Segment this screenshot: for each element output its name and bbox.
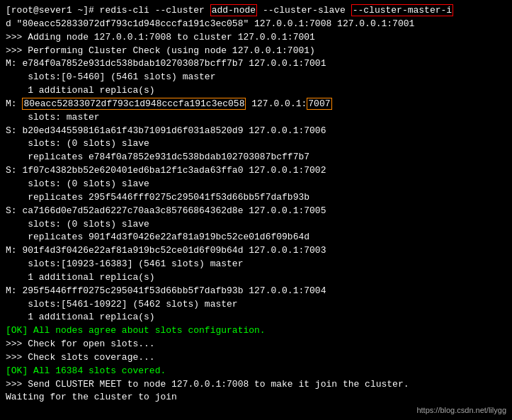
- slave3-slots: slots: (0 slots) slave: [6, 218, 506, 232]
- watermark: https://blog.csdn.net/lilygg: [416, 406, 506, 414]
- slave2-slots: slots: (0 slots) slave: [6, 178, 506, 191]
- node-id-box: 80eacc52833072df793c1d948cccfa191c3ec058: [22, 98, 246, 110]
- master1-replica: 1 additional replica(s): [6, 84, 506, 98]
- slave1-replicates: replicates e784f0a7852e931dc538bdab10270…: [6, 151, 506, 164]
- add-node-highlight: add-node: [210, 4, 257, 16]
- send-cluster-meet: >>> Send CLUSTER MEET to node 127.0.0.1:…: [6, 378, 506, 392]
- adding-node-line: >>> Adding node 127.0.0.1:7008 to cluste…: [6, 31, 506, 45]
- check-open-slots: >>> Check for open slots...: [6, 338, 506, 351]
- slave3-line: S: ca7166d0e7d52ad6227c70aa3c85766864362…: [6, 205, 506, 218]
- master4-replica: 1 additional replica(s): [6, 311, 506, 324]
- cluster-master-highlight: --cluster-master-i: [351, 4, 453, 16]
- command-line-1b: d "80eacc52833072df793c1d948cccfa191c3ec…: [6, 18, 506, 31]
- slave3-replicates: replicates 901f4d3f0426e22af81a919bc52ce…: [6, 231, 506, 244]
- waiting-line: Waiting for the cluster to join: [6, 391, 506, 404]
- check-slots-coverage: >>> Check slots coverage...: [6, 351, 506, 365]
- command-line-1: [root@sever1 ~]# redis-cli --cluster add…: [6, 4, 506, 18]
- master1-line: M: e784f0a7852e931dc538bdab102703087bcff…: [6, 57, 506, 71]
- master3-replica: 1 additional replica(s): [6, 271, 506, 285]
- master3-line: M: 901f4d3f0426e22af81a919bc52ce01d6f09b…: [6, 244, 506, 258]
- master1-slots: slots:[0-5460] (5461 slots) master: [6, 71, 506, 84]
- master4-slots: slots:[5461-10922] (5462 slots) master: [6, 298, 506, 312]
- port-box: 7007: [307, 98, 331, 110]
- ok-nodes-agree: [OK] All nodes agree about slots configu…: [6, 324, 506, 338]
- terminal: [root@sever1 ~]# redis-cli --cluster add…: [0, 0, 512, 420]
- master4-line: M: 295f5446fff0275c295041f53d66bb5f7dafb…: [6, 285, 506, 298]
- slave2-replicates: replicates 295f5446fff0275c295041f53d66b…: [6, 191, 506, 205]
- slave2-line: S: 1f07c4382bb52e620401ed6ba12f1c3ada63f…: [6, 164, 506, 178]
- prompt: [root@sever1 ~]# redis-cli --cluster: [6, 5, 210, 16]
- master2-slots: slots: master: [6, 111, 506, 125]
- slave1-line: S: b20ed3445598161a61f43b71091d6f031a852…: [6, 125, 506, 138]
- cluster-check-line: >>> Performing Cluster Check (using node…: [6, 45, 506, 58]
- master2-line: M: 80eacc52833072df793c1d948cccfa191c3ec…: [6, 98, 506, 111]
- master3-slots: slots:[10923-16383] (5461 slots) master: [6, 258, 506, 271]
- ok-slots-covered: [OK] All 16384 slots covered.: [6, 365, 506, 378]
- slave1-slots: slots: (0 slots) slave: [6, 137, 506, 151]
